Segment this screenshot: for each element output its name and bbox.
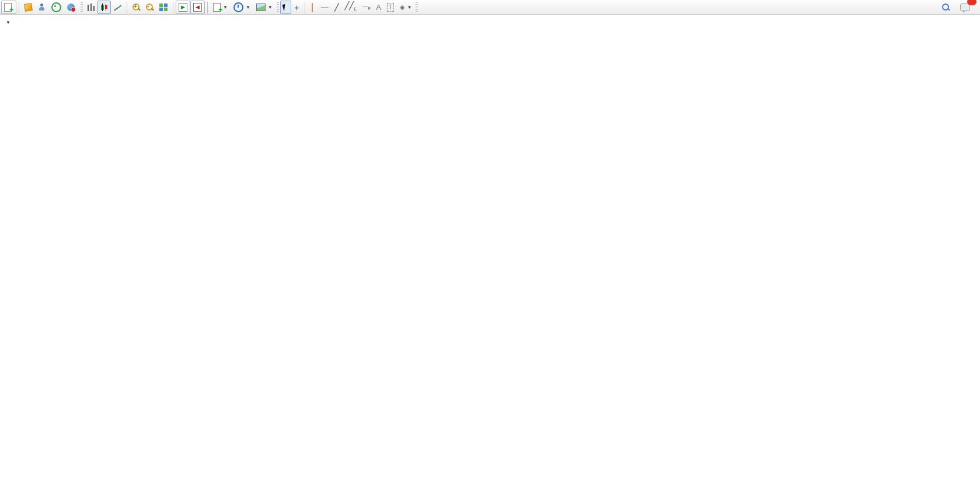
zoom-out-icon: - bbox=[146, 4, 154, 11]
channel-tool-button[interactable]: ╱╱E bbox=[341, 1, 359, 14]
toolbar-grabber bbox=[81, 2, 83, 13]
vertical-line-tool-button[interactable]: │ bbox=[308, 1, 318, 14]
auto-scroll-button[interactable]: ▶ bbox=[176, 1, 190, 14]
notifications-button[interactable] bbox=[957, 1, 973, 14]
chevron-down-icon: ▼ bbox=[407, 5, 411, 10]
text-tool-button[interactable]: A bbox=[373, 1, 384, 14]
horizontal-line-tool-button[interactable]: — bbox=[318, 1, 332, 14]
toolbar-right bbox=[939, 1, 979, 14]
chart-title: ▼ bbox=[6, 18, 17, 26]
crosshair-tool-button[interactable]: + bbox=[291, 1, 302, 14]
toolbar-separator bbox=[305, 2, 305, 13]
chart-shift-icon: ◀ bbox=[193, 3, 202, 12]
chart-shift-button[interactable]: ◀ bbox=[190, 1, 205, 14]
trendline-tool-button[interactable]: ╱ bbox=[332, 1, 342, 14]
chart-canvas[interactable] bbox=[0, 0, 980, 490]
template-icon bbox=[256, 4, 266, 11]
new-order-icon bbox=[4, 3, 12, 12]
chevron-down-icon: ▼ bbox=[268, 5, 273, 10]
toolbar-separator bbox=[127, 2, 127, 13]
signals-button[interactable] bbox=[48, 1, 64, 14]
arrows-icon: ◈ bbox=[400, 4, 404, 11]
crosshair-icon: + bbox=[294, 4, 299, 11]
mt4-window: + - ▶ ◀ ▼ ▼ ▼ + │ — ╱ ╱╱E ┄┄F A T ◈▼ bbox=[0, 0, 980, 490]
tile-windows-button[interactable] bbox=[156, 1, 170, 14]
fibonacci-tool-button[interactable]: ┄┄F bbox=[360, 1, 373, 14]
toolbar-grabber bbox=[277, 2, 279, 13]
cursor-tool-button[interactable] bbox=[280, 1, 291, 14]
toolbar-separator bbox=[173, 2, 173, 13]
templates-button[interactable]: ▼ bbox=[253, 1, 275, 14]
zoom-out-button[interactable]: - bbox=[143, 1, 156, 14]
cursor-icon bbox=[282, 4, 289, 12]
chevron-down-icon: ▼ bbox=[223, 5, 228, 10]
label-tool-button[interactable]: T bbox=[384, 1, 397, 14]
toolbar-separator bbox=[207, 2, 208, 13]
arrows-tool-button[interactable]: ◈▼ bbox=[397, 1, 414, 14]
bar-chart-button[interactable] bbox=[84, 1, 97, 14]
candlestick-chart-button[interactable] bbox=[97, 1, 111, 14]
bar-chart-icon bbox=[87, 4, 95, 11]
horizontal-line-icon: — bbox=[321, 4, 329, 11]
toolbar-separator bbox=[19, 2, 19, 13]
auto-trading-button[interactable] bbox=[64, 1, 79, 14]
toolbar-grabber bbox=[416, 2, 418, 13]
line-chart-icon bbox=[114, 4, 121, 11]
main-toolbar: + - ▶ ◀ ▼ ▼ ▼ + │ — ╱ ╱╱E ┄┄F A T ◈▼ bbox=[0, 0, 980, 15]
trendline-icon: ╱ bbox=[334, 4, 339, 11]
periods-button[interactable]: ▼ bbox=[231, 1, 253, 14]
clock-icon bbox=[233, 2, 243, 12]
search-button[interactable] bbox=[939, 1, 953, 14]
zoom-in-icon: + bbox=[132, 4, 140, 11]
signal-icon bbox=[51, 2, 61, 12]
tile-windows-icon bbox=[159, 4, 168, 11]
person-icon bbox=[38, 4, 46, 11]
indicators-icon bbox=[213, 3, 221, 12]
channel-icon: ╱╱E bbox=[344, 2, 356, 13]
vertical-line-icon: │ bbox=[311, 4, 315, 11]
fibonacci-icon: ┄┄F bbox=[362, 2, 370, 12]
auto-scroll-icon: ▶ bbox=[179, 3, 187, 12]
collapse-arrow-icon[interactable]: ▼ bbox=[6, 20, 11, 25]
zoom-in-button[interactable]: + bbox=[130, 1, 143, 14]
indicators-button[interactable]: ▼ bbox=[210, 1, 231, 14]
line-chart-button[interactable] bbox=[111, 1, 124, 14]
text-icon: A bbox=[376, 4, 381, 11]
note-icon bbox=[24, 3, 33, 12]
auto-trading-icon bbox=[67, 4, 75, 11]
new-order-button[interactable] bbox=[1, 1, 16, 14]
search-icon bbox=[942, 4, 950, 11]
label-icon: T bbox=[387, 3, 394, 12]
chevron-down-icon: ▼ bbox=[246, 5, 250, 10]
notification-badge bbox=[967, 0, 976, 5]
profiles-button[interactable] bbox=[35, 1, 48, 14]
chart-window-button[interactable] bbox=[22, 1, 35, 14]
candlestick-icon bbox=[100, 4, 108, 11]
